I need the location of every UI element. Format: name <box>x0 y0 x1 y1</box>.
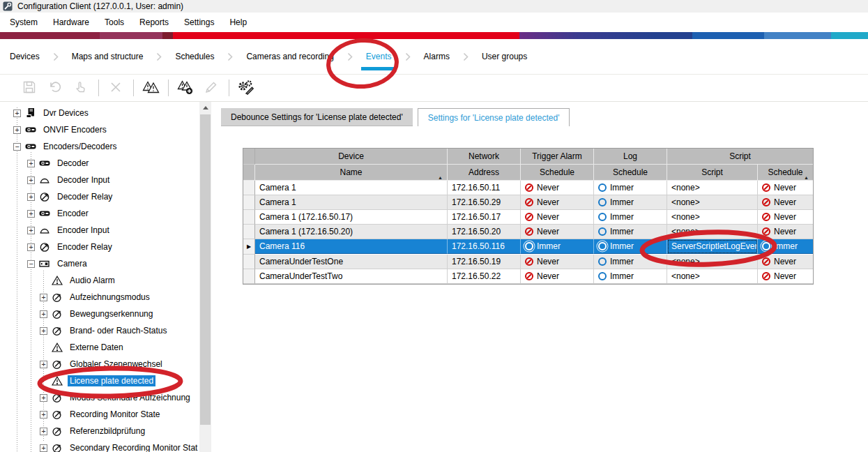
row-selector[interactable] <box>243 181 255 195</box>
scrollbar-up-arrow-icon[interactable] <box>199 102 211 114</box>
tree-item-secondary-recording-monitor-stat[interactable]: +Secondary Recording Monitor Stat <box>0 439 199 452</box>
row-selector[interactable] <box>243 195 255 210</box>
cell-script[interactable]: ServerScriptletLogEvent <box>667 239 758 254</box>
cell-address[interactable]: 172.16.50.17 <box>448 210 521 225</box>
cell-trigger-alarm-schedule[interactable]: Never <box>521 255 594 269</box>
tree-item-globaler-szenenwechsel[interactable]: +Globaler Szenenwechsel <box>0 356 199 372</box>
cell-address[interactable]: 172.16.50.20 <box>448 225 521 239</box>
tree-item-aufzeichnungsmodus[interactable]: +Aufzeichnungsmodus <box>0 289 199 306</box>
cell-script-schedule[interactable]: Never <box>758 225 813 239</box>
page-tab-schedules[interactable]: Schedules <box>175 52 214 61</box>
expand-plus-icon[interactable]: + <box>40 294 47 301</box>
menu-settings[interactable]: Settings <box>176 14 222 31</box>
cell-script[interactable]: <none> <box>667 255 758 269</box>
cell-script-schedule[interactable]: Never <box>758 269 813 284</box>
expand-plus-icon[interactable]: + <box>40 428 47 435</box>
cell-script-schedule[interactable]: Never <box>758 181 813 195</box>
expand-plus-icon[interactable]: + <box>27 160 35 167</box>
column-header-address-1[interactable]: Address <box>448 165 521 181</box>
column-header-name-0[interactable]: Name▲ <box>255 165 448 181</box>
cell-trigger-alarm-schedule[interactable]: Never <box>521 181 594 195</box>
cell-name[interactable]: Camera 1 <box>255 181 448 195</box>
cell-script[interactable]: <none> <box>667 181 758 195</box>
cell-log-schedule[interactable]: Immer <box>594 195 667 210</box>
tree-scrollbar[interactable] <box>199 102 211 452</box>
cell-name[interactable]: Camera 1 (172.16.50.20) <box>255 225 448 239</box>
table-row-cameraundertestone[interactable]: CameraUnderTestOne172.16.50.19NeverImmer… <box>243 255 813 269</box>
cell-log-schedule[interactable]: Immer <box>594 210 667 225</box>
tree-item-brand-oder-rauch-status[interactable]: +Brand- oder Rauch-Status <box>0 322 199 339</box>
expand-plus-icon[interactable]: + <box>13 110 21 117</box>
undo-button[interactable] <box>45 78 65 98</box>
expand-plus-icon[interactable]: + <box>27 210 35 218</box>
cell-script-schedule[interactable]: Never <box>758 195 813 210</box>
row-selector[interactable] <box>243 269 255 284</box>
cell-name[interactable]: CameraUnderTestTwo <box>255 269 448 284</box>
row-selector[interactable] <box>243 210 255 225</box>
cell-name[interactable]: Camera 1 (172.16.50.17) <box>255 210 448 225</box>
column-header-schedule-3[interactable]: Schedule <box>594 165 667 181</box>
menu-tools[interactable]: Tools <box>97 14 132 31</box>
cell-address[interactable]: 172.16.50.22 <box>448 269 521 284</box>
expand-plus-icon[interactable]: + <box>40 310 47 318</box>
column-header-script-4[interactable]: Script <box>667 165 758 181</box>
cell-log-schedule[interactable]: Immer <box>594 181 667 195</box>
collapse-minus-icon[interactable]: − <box>27 260 35 268</box>
expand-plus-icon[interactable]: + <box>40 444 47 452</box>
save-button[interactable] <box>20 78 39 98</box>
tree-item-license-plate-detected[interactable]: License plate detected <box>0 372 199 389</box>
page-tab-maps-and-structure[interactable]: Maps and structure <box>72 52 144 61</box>
page-tab-alarms[interactable]: Alarms <box>424 52 450 61</box>
cell-address[interactable]: 172.16.50.116 <box>448 239 521 254</box>
tree-item-encoder[interactable]: +Encoder <box>0 205 199 222</box>
current-row-arrow-icon[interactable]: ▶ <box>243 239 255 255</box>
tree-item-recording-monitor-state[interactable]: +Recording Monitor State <box>0 406 199 423</box>
cell-name[interactable]: Camera 1 <box>255 195 448 210</box>
tree-item-decoder[interactable]: +Decoder <box>0 155 199 172</box>
cell-trigger-alarm-schedule[interactable]: Never <box>521 210 594 225</box>
menu-help[interactable]: Help <box>222 14 254 31</box>
menu-system[interactable]: System <box>2 14 45 31</box>
cell-trigger-alarm-schedule[interactable]: Never <box>521 195 594 210</box>
page-tab-devices[interactable]: Devices <box>10 52 40 61</box>
cell-trigger-alarm-schedule[interactable]: Never <box>521 225 594 239</box>
expand-plus-icon[interactable]: + <box>13 126 21 134</box>
table-row-camera-1-172-16-50-17[interactable]: Camera 1 (172.16.50.17)172.16.50.17Never… <box>243 210 813 225</box>
menu-reports[interactable]: Reports <box>132 14 176 31</box>
expand-plus-icon[interactable]: + <box>27 176 35 184</box>
expand-plus-icon[interactable]: + <box>27 243 35 251</box>
column-header-schedule-2[interactable]: Schedule <box>521 165 594 181</box>
page-tab-user-groups[interactable]: User groups <box>482 52 527 61</box>
scrollbar-thumb[interactable] <box>200 114 211 425</box>
cell-log-schedule[interactable]: Immer <box>594 255 667 269</box>
menu-hardware[interactable]: Hardware <box>45 14 97 31</box>
edit-button[interactable] <box>201 78 221 98</box>
row-selector[interactable] <box>243 255 255 269</box>
cell-script[interactable]: <none> <box>667 225 758 239</box>
cell-name[interactable]: Camera 116 <box>255 239 448 254</box>
expand-plus-icon[interactable]: + <box>40 327 47 335</box>
cell-trigger-alarm-schedule[interactable]: Never <box>521 269 594 284</box>
cell-log-schedule[interactable]: Immer <box>594 225 667 239</box>
expand-plus-icon[interactable]: + <box>27 227 35 234</box>
tree-item-camera[interactable]: −Camera <box>0 255 199 272</box>
page-tab-events[interactable]: Events <box>366 52 392 61</box>
tree-item-decoder-input[interactable]: +Decoder Input <box>0 172 199 188</box>
page-tab-cameras-and-recording[interactable]: Cameras and recording <box>246 52 333 61</box>
cell-address[interactable]: 172.16.50.11 <box>448 181 521 195</box>
table-row-camera-1[interactable]: Camera 1172.16.50.29NeverImmer<none>Neve… <box>243 195 813 210</box>
cell-trigger-alarm-schedule[interactable]: Immer <box>521 239 594 254</box>
cell-address[interactable]: 172.16.50.29 <box>448 195 521 210</box>
tree-item-bewegungserkennung[interactable]: +Bewegungserkennung <box>0 306 199 322</box>
cell-log-schedule[interactable]: Immer <box>594 269 667 284</box>
table-row-camera-116[interactable]: ▶Camera 116172.16.50.116ImmerImmerServer… <box>243 239 813 255</box>
table-row-cameraundertesttwo[interactable]: CameraUnderTestTwo172.16.50.22NeverImmer… <box>243 269 813 284</box>
tree-item-decoder-relay[interactable]: +Decoder Relay <box>0 188 199 205</box>
expand-plus-icon[interactable]: + <box>40 394 47 402</box>
cell-log-schedule[interactable]: Immer <box>594 239 667 254</box>
tree-item-encoders-decoders[interactable]: −Encoders/Decoders <box>0 138 199 155</box>
add-compound-event-button[interactable] <box>176 78 195 98</box>
script-gears-button[interactable] <box>236 78 256 98</box>
column-header-schedule-5[interactable]: Schedule▲ <box>758 165 813 181</box>
delete-button[interactable] <box>106 78 125 98</box>
